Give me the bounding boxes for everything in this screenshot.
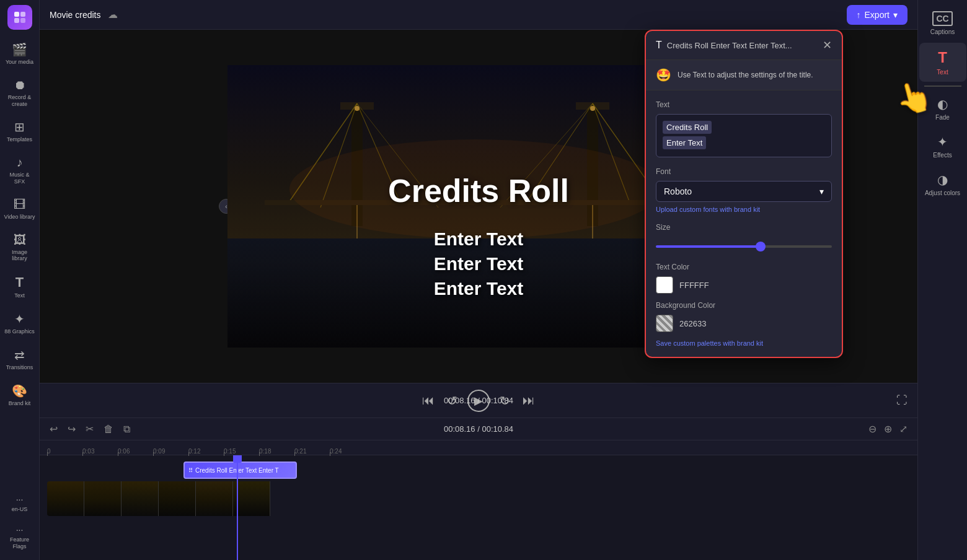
time-total: 00:10.84 [482,396,513,405]
svg-rect-3 [20,18,25,23]
header: Movie credits ☁ ↑ Export ▾ [40,0,917,30]
bg-color-row: 262633 [656,315,832,332]
video-thumb-4 [159,481,196,516]
svg-point-20 [590,106,595,111]
enter-text-3: Enter Text [434,278,523,299]
text-panel: T Credits Roll Enter Text Enter Text... … [645,30,843,358]
templates-label: Templates [7,136,32,143]
your-media-label: Your media [6,59,33,66]
text-color-hex: FFFFFF [679,281,709,290]
ruler-marks: 0 0:03 0:06 0:09 0:12 0:15 0:18 0:21 0:2… [47,448,365,455]
graphics-icon: ✦ [14,312,25,326]
cut-button[interactable]: ✂ [83,422,96,436]
text-panel-title: Credits Roll Enter Text Enter Text... [667,41,823,50]
text-clip[interactable]: ⠿ Credits Roll Enter Text Enter T [183,462,297,479]
far-right-fade[interactable]: ◐ Fade [919,90,966,127]
export-label: Export [865,10,890,20]
export-icon: ↑ [857,10,861,20]
music-label: Music & SFX [4,172,35,185]
save-palette-suffix: with brand kit [723,339,763,347]
hint-emoji: 🤩 [656,68,671,82]
fullscreen-button[interactable]: ⛶ [896,394,907,407]
text-line-credits: Credits Roll [663,121,712,134]
more-label: FeatureFlags [10,536,29,550]
sidebar-item-more[interactable]: ··· FeatureFlags [2,520,38,555]
size-slider[interactable] [656,245,832,248]
text-color-row: FFFFFF [656,276,832,294]
effects-label: Effects [933,152,952,159]
video-thumb-2 [84,481,121,516]
sidebar-item-record[interactable]: ⏺ Record &create [2,73,38,113]
zoom-out-button[interactable]: ⊖ [866,422,879,436]
font-dropdown[interactable]: Roboto ▾ [656,181,832,202]
video-clip[interactable] [47,481,283,516]
time-display: 00:08.16 / 00:10.84 [444,396,513,405]
text-panel-close-button[interactable]: ✕ [823,38,832,52]
far-right-adjust-colors[interactable]: ◑ Adjust colors [919,166,966,203]
ruler-mark-12: 0:12 [188,448,224,455]
ruler-mark-6: 0:06 [118,448,153,455]
ruler-mark-15: 0:15 [224,448,259,455]
ruler-mark-21: 0:21 [294,448,330,455]
save-palette-link[interactable]: Save custom palettes with brand kit [656,339,832,347]
video-thumb-6 [233,481,270,516]
sidebar-item-text[interactable]: T Text [2,269,38,304]
color-section: Text Color FFFFFF Background Color 26263… [646,263,842,357]
sidebar-item-feature-flags[interactable]: ··· en-US [2,489,38,518]
redo-button[interactable]: ↪ [65,422,78,436]
svg-point-19 [355,106,360,111]
skip-forward-button[interactable]: ⏭ [520,391,537,410]
upload-fonts-link[interactable]: Upload custom fonts with brand kit [656,206,832,213]
templates-icon: ⊞ [14,120,25,134]
timeline-ruler: 0 0:03 0:06 0:09 0:12 0:15 0:18 0:21 0:2… [40,440,917,455]
sidebar-item-music-sfx[interactable]: ♪ Music & SFX [2,151,38,190]
text-tool-icon: T [938,49,947,66]
text-input-area[interactable]: Credits Roll Enter Text [656,114,832,157]
video-thumb-3 [121,481,159,516]
sidebar-item-templates[interactable]: ⊞ Templates [2,115,38,148]
far-right-captions[interactable]: CC Captions [919,5,966,42]
text-label: Text [14,292,25,299]
timeline: ↩ ↪ ✂ 🗑 ⧉ 00:08.16 / 00:10.84 ⊖ ⊕ ⤢ 0 0:… [40,418,917,560]
text-sidebar-icon: T [15,274,24,291]
sidebar-item-your-media[interactable]: 🎬 Your media [2,37,38,71]
ruler-mark-18: 0:18 [259,448,294,455]
timeline-time-display: 00:08.16 / 00:10.84 [444,424,513,434]
far-right-text[interactable]: T Text [919,43,966,82]
time-current: 00:08.16 [444,396,475,405]
adjust-colors-label: Adjust colors [925,190,960,196]
font-section: Font Roboto ▾ Upload custom fonts with b… [646,167,842,223]
fade-icon: ◐ [937,97,948,112]
record-label: Record &create [8,94,32,108]
timeline-toolbar: ↩ ↪ ✂ 🗑 ⧉ 00:08.16 / 00:10.84 ⊖ ⊕ ⤢ [40,418,917,440]
timeline-playhead[interactable] [237,455,238,560]
duplicate-button[interactable]: ⧉ [121,422,133,436]
sidebar-item-brand-kit[interactable]: 🎨 Brand kit [2,378,38,412]
text-panel-hint: 🤩 Use Text to adjust the settings of the… [646,60,842,90]
video-thumb-5 [196,481,233,516]
export-button[interactable]: ↑ Export ▾ [847,5,907,25]
skip-back-button[interactable]: ⏮ [420,391,437,410]
zoom-controls: ⊖ ⊕ ⤢ [866,422,910,436]
enter-text-1: Enter Text [434,229,523,250]
delete-button[interactable]: 🗑 [101,422,116,436]
fit-timeline-button[interactable]: ⤢ [897,422,910,436]
text-line-enter: Enter Text [663,136,706,149]
bg-color-hex: 262633 [679,319,706,328]
effects-icon: ✦ [937,134,948,149]
sidebar-item-video-library[interactable]: 🎞 Video library [2,193,38,225]
sidebar-item-image-library[interactable]: 🖼 Image library [2,228,38,268]
transitions-icon: ⇄ [14,348,25,362]
video-library-label: Video library [4,214,35,221]
sidebar-item-transitions[interactable]: ⇄ Transitions [2,343,38,376]
far-right-effects[interactable]: ✦ Effects [919,128,966,165]
undo-button[interactable]: ↩ [47,422,60,436]
app-logo[interactable] [7,5,32,30]
bg-color-swatch[interactable] [656,315,673,332]
enter-text-container: Enter Text Enter Text Enter Text [434,229,523,299]
zoom-in-button[interactable]: ⊕ [881,422,894,436]
text-clip-drag-handle: ⠿ [188,467,193,474]
far-right-sidebar: CC Captions T Text ◐ Fade ✦ Effects ◑ Ad… [917,0,967,560]
sidebar-item-graphics[interactable]: ✦ 88 Graphics [2,307,38,340]
text-color-swatch[interactable] [656,276,673,294]
